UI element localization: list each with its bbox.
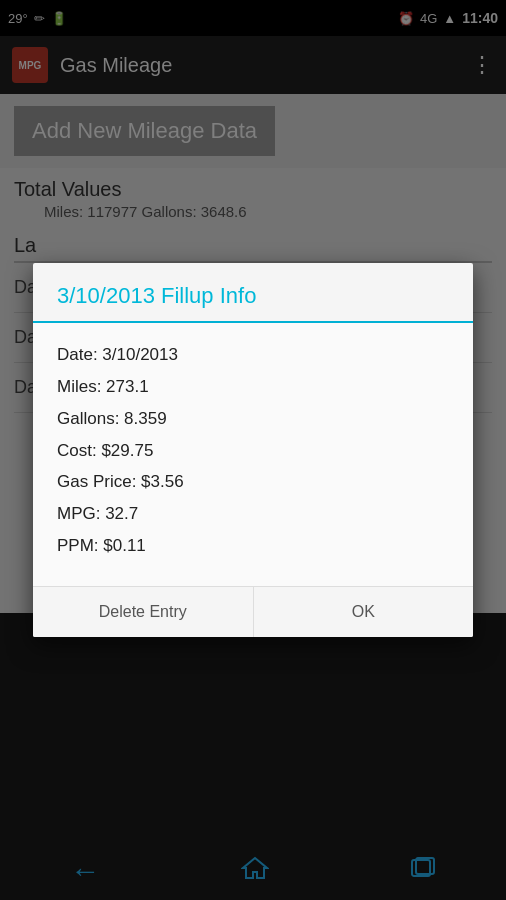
dialog-field-ppm: PPM: $0.11 [57,534,449,558]
ok-button[interactable]: OK [254,587,474,637]
dialog-title: 3/10/2013 Fillup Info [57,283,449,309]
dialog-field-mpg: MPG: 32.7 [57,502,449,526]
fillup-info-dialog: 3/10/2013 Fillup Info Date: 3/10/2013 Mi… [33,263,473,637]
dialog-header: 3/10/2013 Fillup Info [33,263,473,323]
dialog-field-gas-price: Gas Price: $3.56 [57,470,449,494]
dialog-body: Date: 3/10/2013 Miles: 273.1 Gallons: 8.… [33,323,473,586]
dialog-overlay: 3/10/2013 Fillup Info Date: 3/10/2013 Mi… [0,0,506,900]
dialog-field-gallons: Gallons: 8.359 [57,407,449,431]
delete-entry-button[interactable]: Delete Entry [33,587,254,637]
dialog-field-date: Date: 3/10/2013 [57,343,449,367]
dialog-actions: Delete Entry OK [33,586,473,637]
dialog-field-miles: Miles: 273.1 [57,375,449,399]
dialog-field-cost: Cost: $29.75 [57,439,449,463]
